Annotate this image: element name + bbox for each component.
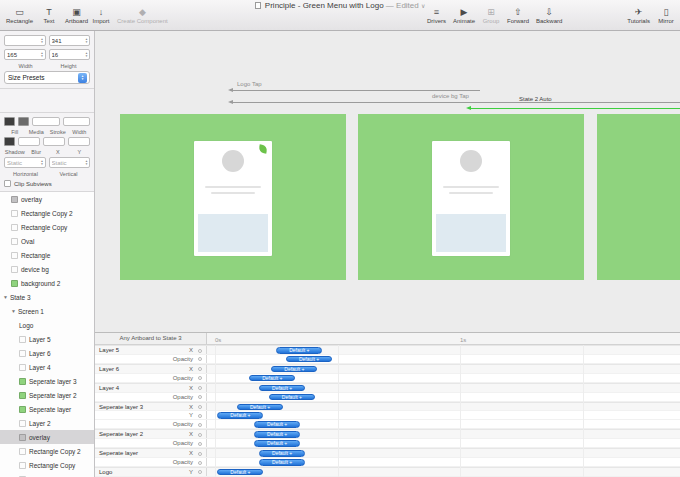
- toolbar-button-rectangle[interactable]: ▭Rectangle: [4, 7, 35, 24]
- timeline-track[interactable]: Default +: [207, 403, 680, 411]
- layer-item-rectangle[interactable]: Rectangle: [0, 248, 94, 262]
- transition-arrow-device-bg-tap[interactable]: [232, 102, 680, 103]
- y-field[interactable]: 341 ▲▼: [49, 35, 91, 46]
- timeline-ruler[interactable]: 0s1s2s: [207, 333, 680, 344]
- fill-swatch[interactable]: [4, 117, 15, 126]
- media-swatch[interactable]: [18, 117, 29, 126]
- shadow-x-field[interactable]: [43, 137, 65, 146]
- keyframe-dot[interactable]: [198, 376, 202, 380]
- timeline-track[interactable]: Default +: [207, 346, 680, 354]
- keyframe-dot[interactable]: [198, 461, 202, 465]
- toolbar-button-animate[interactable]: ▶Animate: [451, 7, 477, 24]
- timeline-track[interactable]: Default +: [207, 439, 680, 447]
- size-presets-dropdown[interactable]: Size Presets ▲▼: [4, 71, 90, 84]
- keyframe-dot[interactable]: [198, 414, 202, 418]
- toolbar-button-forward[interactable]: ⇧Forward: [505, 7, 531, 24]
- layer-item-device-bg[interactable]: device bg: [0, 262, 94, 276]
- keyframe-pill[interactable]: Default +: [254, 431, 300, 438]
- keyframe-dot[interactable]: [198, 357, 202, 361]
- keyframe-dot[interactable]: [198, 442, 202, 446]
- keyframe-pill[interactable]: Default +: [254, 440, 300, 447]
- timeline-track[interactable]: Default +: [207, 411, 680, 419]
- shadow-swatch[interactable]: [4, 137, 15, 146]
- keyframe-dot[interactable]: [198, 367, 202, 371]
- keyframe-pill[interactable]: Default +: [237, 404, 283, 411]
- layer-item-oval[interactable]: Oval: [0, 234, 94, 248]
- stepper-icon[interactable]: ▲▼: [85, 52, 88, 58]
- layer-item-layer-2[interactable]: Layer 2: [0, 416, 94, 430]
- toolbar-button-import[interactable]: ↓Import: [90, 7, 112, 24]
- keyframe-dot[interactable]: [198, 405, 202, 409]
- disclosure-triangle-icon[interactable]: ▼: [3, 294, 8, 300]
- keyframe-pill[interactable]: Default +: [259, 450, 305, 457]
- timeline-track[interactable]: Default +: [207, 374, 680, 382]
- layer-item-state-3[interactable]: ▼State 3: [0, 290, 94, 304]
- keyframe-pill[interactable]: Default +: [217, 469, 263, 476]
- toolbar-button-create-component[interactable]: ◆Create Component: [115, 7, 170, 24]
- stepper-icon[interactable]: ▲▼: [41, 38, 44, 44]
- x-field[interactable]: ▲▼: [4, 35, 46, 46]
- shadow-y-field[interactable]: [68, 137, 90, 146]
- layer-item-layer-4[interactable]: Layer 4: [0, 360, 94, 374]
- layer-item-rectangle-copy[interactable]: Rectangle Copy: [0, 458, 94, 472]
- clip-subviews-checkbox[interactable]: [4, 180, 11, 187]
- keyframe-dot[interactable]: [198, 423, 202, 427]
- keyframe-pill[interactable]: Default +: [276, 347, 322, 354]
- toolbar-button-tutorials[interactable]: ✈Tutorials: [625, 7, 652, 24]
- timeline-track[interactable]: Default +: [207, 355, 680, 363]
- keyframe-pill[interactable]: Default +: [259, 459, 305, 466]
- shadow-blur-field[interactable]: [18, 137, 40, 146]
- keyframe-pill[interactable]: Default +: [271, 366, 317, 373]
- keyframe-pill[interactable]: Default +: [286, 356, 332, 363]
- layer-item-rectangle-copy-2[interactable]: Rectangle Copy 2: [0, 444, 94, 458]
- stepper-icon[interactable]: ▲▼: [85, 38, 88, 44]
- timeline-track[interactable]: Default +: [207, 430, 680, 438]
- layer-item-overlay[interactable]: overlay: [0, 430, 94, 444]
- keyframe-pill[interactable]: Default +: [217, 412, 263, 419]
- keyframe-dot[interactable]: [198, 433, 202, 437]
- toolbar-button-group[interactable]: ⊞Group: [480, 7, 502, 24]
- keyframe-pill[interactable]: Default +: [269, 394, 315, 401]
- keyframe-pill[interactable]: Default +: [259, 385, 305, 392]
- keyframe-dot[interactable]: [198, 395, 202, 399]
- toolbar-button-artboard[interactable]: ▣Artboard: [63, 7, 90, 24]
- layer-item-screen-1[interactable]: ▼Screen 1: [0, 304, 94, 318]
- layer-item-seperate-layer[interactable]: Seperate layer: [0, 402, 94, 416]
- timeline-track[interactable]: Default +: [207, 449, 680, 457]
- transition-arrow-state-2-auto[interactable]: [470, 108, 680, 109]
- layer-item-rectangle[interactable]: Rectangle: [0, 472, 94, 477]
- toolbar-button-backward[interactable]: ⇩Backward: [534, 7, 564, 24]
- layer-item-overlay[interactable]: overlay: [0, 192, 94, 206]
- timeline-track[interactable]: Default +: [207, 458, 680, 466]
- keyframe-dot[interactable]: [198, 452, 202, 456]
- stepper-icon[interactable]: ▲▼: [41, 52, 44, 58]
- layer-item-seperate-layer-2[interactable]: Seperate layer 2: [0, 388, 94, 402]
- layer-item-layer-6[interactable]: Layer 6: [0, 346, 94, 360]
- layer-item-background-2[interactable]: background 2: [0, 276, 94, 290]
- keyframe-pill[interactable]: Default +: [249, 375, 295, 382]
- layer-item-layer-5[interactable]: Layer 5: [0, 332, 94, 346]
- timeline-track[interactable]: Default +: [207, 468, 680, 476]
- timeline-track[interactable]: Default +: [207, 393, 680, 401]
- timeline-track[interactable]: Default +: [207, 420, 680, 428]
- layer-item-rectangle-copy[interactable]: Rectangle Copy: [0, 220, 94, 234]
- artboard-3[interactable]: [597, 114, 680, 280]
- keyframe-dot[interactable]: [198, 470, 202, 474]
- keyframe-dot[interactable]: [198, 349, 202, 353]
- keyframe-dot[interactable]: [198, 386, 202, 390]
- artboard-2[interactable]: [358, 114, 584, 280]
- vertical-resize-dropdown[interactable]: Static ▲▼: [49, 157, 91, 168]
- height-field[interactable]: 16 ▲▼: [49, 49, 91, 60]
- layer-item-seperate-layer-3[interactable]: Seperate layer 3: [0, 374, 94, 388]
- toolbar-button-drivers[interactable]: ≡Drivers: [425, 7, 448, 24]
- toolbar-button-text[interactable]: TText: [38, 7, 60, 24]
- timeline-track[interactable]: Default +: [207, 384, 680, 392]
- timeline-track[interactable]: Default +: [207, 365, 680, 373]
- artboard-1[interactable]: [120, 114, 346, 280]
- layer-item-logo[interactable]: Logo: [0, 318, 94, 332]
- disclosure-triangle-icon[interactable]: ▼: [11, 308, 16, 314]
- toolbar-button-mirror[interactable]: ▯Mirror: [655, 7, 677, 24]
- stroke-field[interactable]: [32, 117, 60, 126]
- transition-arrow-logo-tap[interactable]: [232, 90, 480, 91]
- stroke-width-field[interactable]: [63, 117, 91, 126]
